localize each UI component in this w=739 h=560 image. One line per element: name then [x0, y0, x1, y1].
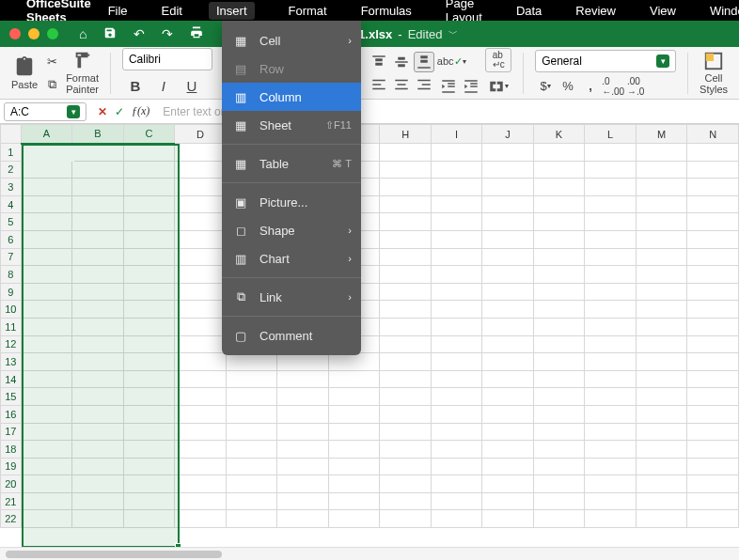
cell-E18[interactable] [226, 441, 277, 459]
cell-L9[interactable] [585, 283, 636, 301]
cell-H20[interactable] [380, 475, 432, 493]
cell-L5[interactable] [585, 213, 636, 231]
cell-A22[interactable] [21, 510, 72, 528]
row-header-17[interactable]: 17 [1, 423, 22, 441]
cell-I4[interactable] [431, 195, 481, 213]
cell-H1[interactable] [380, 144, 432, 162]
cell-B3[interactable] [72, 179, 124, 196]
undo-icon[interactable]: ↶ [134, 26, 145, 41]
menu-format[interactable]: Format [289, 4, 327, 18]
cell-K22[interactable] [533, 510, 585, 528]
row-header-5[interactable]: 5 [1, 213, 22, 231]
cell-A6[interactable] [21, 230, 72, 248]
cell-J20[interactable] [482, 475, 533, 493]
confirm-icon[interactable]: ✓ [115, 105, 124, 118]
cell-C8[interactable] [123, 266, 175, 284]
cell-L15[interactable] [585, 388, 636, 406]
cell-E22[interactable] [226, 510, 277, 528]
col-header-A[interactable]: A [21, 125, 72, 144]
cell-L7[interactable] [585, 248, 636, 266]
cell-J10[interactable] [482, 301, 533, 319]
cut-icon[interactable]: ✂ [41, 52, 62, 72]
cell-I21[interactable] [431, 492, 481, 510]
cell-H21[interactable] [380, 492, 432, 510]
cell-A19[interactable] [21, 458, 72, 475]
cell-N8[interactable] [687, 266, 739, 284]
cell-N9[interactable] [687, 283, 739, 301]
cell-L6[interactable] [585, 230, 636, 248]
align-right-icon[interactable] [414, 74, 434, 95]
cell-A16[interactable] [21, 405, 72, 423]
cell-D20[interactable] [175, 475, 227, 493]
cell-A3[interactable] [21, 179, 72, 196]
cell-L16[interactable] [585, 405, 636, 423]
cell-C17[interactable] [123, 423, 175, 441]
col-header-B[interactable]: B [72, 125, 124, 144]
cell-A8[interactable] [21, 266, 72, 284]
cell-H4[interactable] [380, 195, 432, 213]
cell-E13[interactable] [226, 353, 277, 371]
cell-E21[interactable] [226, 492, 277, 510]
col-header-N[interactable]: N [687, 125, 739, 144]
cell-J1[interactable] [482, 144, 533, 162]
cell-G21[interactable] [328, 492, 380, 510]
cell-K18[interactable] [533, 441, 585, 459]
menu-data[interactable]: Data [516, 4, 542, 18]
cell-I11[interactable] [431, 318, 481, 335]
cell-A5[interactable] [21, 213, 72, 231]
cell-C4[interactable] [123, 195, 175, 213]
cell-I20[interactable] [431, 475, 481, 493]
cell-I18[interactable] [431, 441, 481, 459]
currency-button[interactable]: $▾ [535, 76, 556, 97]
cell-C19[interactable] [123, 458, 175, 475]
cell-L19[interactable] [585, 458, 636, 475]
cell-E16[interactable] [226, 405, 277, 423]
cell-N16[interactable] [687, 405, 739, 423]
cell-B11[interactable] [72, 318, 124, 335]
cell-D15[interactable] [175, 388, 227, 406]
cell-I1[interactable] [431, 144, 481, 162]
cell-E14[interactable] [226, 370, 277, 388]
print-icon[interactable] [190, 26, 203, 42]
bold-button[interactable]: B [122, 74, 149, 99]
cell-D16[interactable] [175, 405, 227, 423]
cell-C13[interactable] [123, 353, 175, 371]
menu-view[interactable]: View [650, 4, 676, 18]
cell-C20[interactable] [123, 475, 175, 493]
cell-G18[interactable] [328, 441, 380, 459]
select-all-corner[interactable] [1, 125, 22, 144]
cell-L4[interactable] [585, 195, 636, 213]
align-bottom-icon[interactable] [414, 52, 434, 72]
cell-K21[interactable] [533, 492, 585, 510]
cell-N6[interactable] [687, 230, 739, 248]
cell-H3[interactable] [380, 179, 432, 196]
col-header-K[interactable]: K [533, 125, 585, 144]
cell-G22[interactable] [328, 510, 380, 528]
col-header-H[interactable]: H [380, 125, 432, 144]
cell-K4[interactable] [533, 195, 585, 213]
merge-cells-button[interactable]: ▾ [485, 74, 511, 99]
copy-icon[interactable]: ⧉ [41, 74, 62, 95]
cell-G19[interactable] [328, 458, 380, 475]
row-header-8[interactable]: 8 [1, 266, 22, 284]
cell-D6[interactable] [175, 230, 227, 248]
cell-J7[interactable] [482, 248, 533, 266]
cell-A4[interactable] [21, 195, 72, 213]
cell-N21[interactable] [687, 492, 739, 510]
cell-N12[interactable] [687, 335, 739, 353]
cell-D5[interactable] [175, 213, 227, 231]
cell-N20[interactable] [687, 475, 739, 493]
cell-M16[interactable] [636, 405, 687, 423]
cell-D17[interactable] [175, 423, 227, 441]
cell-B19[interactable] [72, 458, 124, 475]
cell-G20[interactable] [328, 475, 380, 493]
cell-A15[interactable] [21, 388, 72, 406]
cell-M10[interactable] [636, 301, 687, 319]
col-header-I[interactable]: I [431, 125, 481, 144]
cell-B14[interactable] [72, 370, 124, 388]
row-header-10[interactable]: 10 [1, 301, 22, 319]
cell-F21[interactable] [277, 492, 329, 510]
row-header-12[interactable]: 12 [1, 335, 22, 353]
cell-H16[interactable] [380, 405, 432, 423]
minimize-window-icon[interactable] [28, 28, 39, 39]
